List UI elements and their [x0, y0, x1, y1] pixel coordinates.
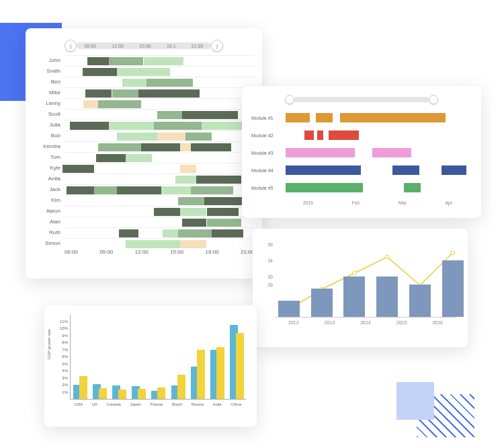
gantt-bar[interactable]: [141, 143, 180, 151]
gantt-bar[interactable]: [146, 79, 193, 87]
gantt-row: [65, 77, 254, 87]
modules-slider[interactable]: [285, 96, 438, 104]
slider-track[interactable]: [294, 97, 429, 102]
module-bar[interactable]: [304, 131, 314, 140]
gantt-bar[interactable]: [98, 100, 141, 108]
gantt-bar[interactable]: [163, 229, 179, 237]
module-bar[interactable]: [286, 148, 355, 157]
gantt-bar[interactable]: [185, 133, 212, 141]
gantt-bar[interactable]: [117, 68, 169, 76]
gantt-bar[interactable]: [207, 208, 239, 216]
gdp-bar[interactable]: [118, 390, 126, 399]
combo-bar[interactable]: [409, 285, 431, 317]
gantt-row-label: Jack: [34, 184, 65, 195]
module-bar[interactable]: [325, 183, 363, 192]
gdp-bar[interactable]: [138, 389, 146, 399]
module-bar[interactable]: [442, 165, 466, 175]
slider-handle-right[interactable]: [429, 95, 438, 104]
gantt-bar[interactable]: [180, 165, 196, 173]
module-bar[interactable]: [340, 113, 446, 122]
gantt-bar[interactable]: [207, 219, 242, 227]
gantt-bar[interactable]: [117, 133, 157, 141]
combo-bar[interactable]: [278, 301, 300, 317]
gantt-bar[interactable]: [144, 57, 184, 65]
gantt-bar[interactable]: [180, 143, 191, 151]
gdp-bar[interactable]: [157, 387, 165, 399]
gantt-bar[interactable]: [182, 111, 238, 119]
gdp-bar[interactable]: [197, 350, 205, 400]
gantt-row: [65, 120, 254, 131]
gantt-bar[interactable]: [87, 57, 108, 65]
combo-bar[interactable]: [311, 289, 333, 317]
gantt-bar[interactable]: [191, 186, 233, 194]
module-bar[interactable]: [317, 131, 323, 140]
combo-bar[interactable]: [376, 276, 398, 317]
gantt-row: [65, 55, 254, 66]
gantt-bar[interactable]: [98, 143, 141, 151]
gantt-row-label: Anita: [34, 174, 65, 184]
gantt-bar[interactable]: [117, 186, 161, 194]
gantt-row: [65, 227, 254, 238]
module-bar[interactable]: [392, 165, 419, 175]
gantt-row-label: Julia: [34, 120, 65, 131]
gantt-time-slider[interactable]: || 09:0012:0015:0018:121:00 ||: [65, 40, 223, 51]
gantt-bar[interactable]: [122, 79, 146, 87]
gantt-bar[interactable]: [119, 229, 138, 237]
gantt-bar[interactable]: [138, 89, 200, 98]
gdp-bar[interactable]: [99, 388, 107, 399]
svg-point-2: [352, 271, 356, 275]
gantt-bar[interactable]: [212, 229, 243, 237]
gantt-bar[interactable]: [182, 219, 206, 227]
module-label: Module #3: [251, 151, 284, 155]
svg-point-3: [385, 255, 389, 259]
gantt-bar[interactable]: [204, 197, 245, 205]
gantt-bar[interactable]: [109, 122, 154, 130]
gantt-bar[interactable]: [83, 68, 118, 76]
module-bar[interactable]: [329, 131, 359, 140]
gantt-bar[interactable]: [157, 133, 185, 141]
module-bar[interactable]: [286, 183, 325, 192]
gantt-row-label: Smith: [34, 66, 65, 77]
gantt-bar[interactable]: [180, 208, 206, 216]
gantt-bar[interactable]: [112, 89, 138, 98]
gantt-bar[interactable]: [178, 197, 204, 205]
gantt-bar[interactable]: [180, 240, 206, 248]
slider-track[interactable]: 09:0012:0015:0018:121:00: [77, 42, 211, 49]
gantt-row: [65, 141, 254, 152]
gantt-bar[interactable]: [191, 143, 231, 151]
module-bar[interactable]: [404, 183, 421, 192]
gantt-bar[interactable]: [83, 100, 98, 108]
gantt-bar[interactable]: [70, 122, 109, 130]
gantt-bar[interactable]: [154, 122, 202, 130]
gdp-bar[interactable]: [216, 347, 224, 399]
gantt-bar[interactable]: [126, 154, 152, 162]
gantt-bar[interactable]: [196, 176, 241, 184]
module-bar[interactable]: [286, 113, 310, 122]
gdp-bar[interactable]: [236, 333, 244, 399]
combo-chart-card: 28303438 20122013201420152016: [253, 229, 468, 347]
combo-bar[interactable]: [442, 260, 464, 317]
gantt-bar[interactable]: [96, 154, 126, 162]
gantt-bar[interactable]: [109, 57, 144, 65]
slider-handle-left[interactable]: [285, 95, 294, 104]
gantt-bar[interactable]: [62, 165, 94, 173]
module-bar[interactable]: [316, 113, 333, 122]
gantt-bar[interactable]: [157, 111, 183, 119]
module-label: Module #1: [251, 116, 284, 120]
module-bar[interactable]: [372, 148, 412, 157]
gantt-bar[interactable]: [94, 186, 117, 194]
slider-handle-right[interactable]: ||: [211, 40, 223, 52]
gantt-bar[interactable]: [178, 229, 212, 237]
combo-bar[interactable]: [343, 276, 365, 317]
gantt-bar[interactable]: [175, 176, 196, 184]
slider-handle-left[interactable]: ||: [65, 40, 77, 52]
gantt-bar[interactable]: [161, 186, 191, 194]
module-bar[interactable]: [286, 165, 361, 175]
gantt-bar[interactable]: [85, 89, 112, 98]
gantt-bar[interactable]: [154, 208, 180, 216]
gantt-bar[interactable]: [126, 240, 180, 248]
gdp-bar[interactable]: [79, 376, 87, 399]
modules-x-axis: 2016FebMarApr: [284, 200, 472, 205]
gdp-bar[interactable]: [177, 375, 185, 399]
gantt-bar[interactable]: [67, 186, 94, 194]
